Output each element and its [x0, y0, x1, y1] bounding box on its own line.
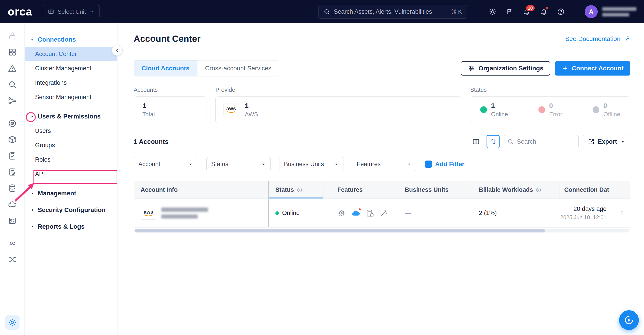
sidebar-item-integrations[interactable]: Integrations	[25, 76, 117, 90]
compliance-icon[interactable]	[8, 151, 17, 161]
filter-features-dropdown[interactable]: Features	[352, 157, 416, 171]
table-search-input[interactable]	[504, 135, 579, 148]
org-settings-icon	[468, 65, 475, 72]
sidebar-item-cluster-management[interactable]: Cluster Management	[25, 61, 117, 76]
data-security-icon[interactable]	[8, 183, 17, 193]
sidebar-section-management: Management	[25, 186, 117, 201]
section-header-management[interactable]: Management	[25, 186, 117, 201]
scrollbar-thumb[interactable]	[134, 229, 545, 232]
filter-label: Features	[357, 161, 381, 168]
error-dot	[538, 106, 545, 113]
add-filter-button[interactable]: Add Filter	[425, 161, 464, 168]
updates-bell-button[interactable]	[538, 6, 549, 17]
accounts-total-label: Total	[142, 111, 155, 118]
tab-cross-account-services[interactable]: Cross-account Services	[197, 61, 279, 76]
connect-account-button[interactable]: Connect Account	[555, 61, 630, 76]
sidebar-item-users[interactable]: Users	[25, 124, 117, 138]
scrollbar-track[interactable]	[134, 229, 630, 232]
online-dot	[276, 211, 279, 215]
row-menu-button[interactable]	[617, 208, 627, 218]
status-card: 1 Online 0 Error	[470, 97, 630, 123]
plus-icon	[425, 161, 432, 168]
sidebar-item-roles[interactable]: Roles	[25, 152, 117, 167]
settings-gear-icon[interactable]	[5, 315, 20, 329]
dashboard-icon[interactable]	[8, 47, 17, 57]
section-header-users-permissions[interactable]: Users & Permissions	[25, 109, 117, 124]
aws-logo-text: aws	[226, 106, 236, 111]
table-row[interactable]: aws Online	[134, 199, 630, 227]
business-units-cell: ---	[400, 199, 470, 227]
table-header: Account Info Status Features Business Un…	[134, 181, 630, 199]
offline-value: 0	[603, 102, 620, 110]
billable-workloads-cell: 2 (1%)	[470, 199, 560, 227]
notifications-button[interactable]: 10	[521, 6, 532, 17]
section-header-connections[interactable]: Connections	[25, 32, 117, 47]
policy-icon[interactable]	[8, 167, 17, 177]
search-icon[interactable]	[8, 80, 17, 90]
sidebar: Connections Account Center Cluster Manag…	[25, 23, 118, 335]
filter-account-dropdown[interactable]: Account	[134, 157, 198, 171]
col-status[interactable]: Status	[269, 181, 324, 199]
select-unit-dropdown[interactable]: Select Unit	[43, 5, 100, 18]
shift-left-icon[interactable]	[8, 254, 17, 264]
aws-logo-text: aws	[144, 210, 153, 214]
sidebar-section-connections: Connections Account Center Cluster Manag…	[25, 32, 117, 104]
flag-button[interactable]	[504, 6, 515, 17]
tab-cloud-accounts[interactable]: Cloud Accounts	[134, 61, 197, 76]
info-icon[interactable]	[536, 187, 542, 193]
detection-response-icon[interactable]	[8, 238, 17, 248]
col-features[interactable]: Features	[324, 181, 400, 199]
accounts-total-value: 1	[142, 102, 155, 110]
features-cell	[324, 199, 400, 227]
connection-date-cell: 20 days ago 2025 Jun 10, 12:01	[560, 199, 616, 227]
sidebar-item-api[interactable]: API	[25, 167, 117, 181]
sidebar-item-sensor-management[interactable]: Sensor Management	[25, 90, 117, 104]
lock-icon[interactable]	[8, 31, 17, 41]
walkthrough-widget-button[interactable]	[619, 310, 639, 330]
sidebar-item-groups[interactable]: Groups	[25, 138, 117, 152]
col-account-info[interactable]: Account Info	[134, 181, 269, 199]
avatar[interactable]: A	[585, 5, 598, 18]
filter-status-dropdown[interactable]: Status	[206, 157, 271, 171]
provider-name: AWS	[245, 111, 258, 118]
col-business-units[interactable]: Business Units	[400, 181, 470, 199]
help-button[interactable]	[556, 6, 566, 17]
export-button[interactable]: Export	[583, 135, 630, 148]
provider-stat: Provider aws 1 AWS	[216, 86, 461, 123]
accounts-count-label: 1 Accounts	[134, 138, 168, 145]
section-header-reports-logs[interactable]: Reports & Logs	[25, 219, 117, 234]
theme-toggle-button[interactable]	[487, 6, 498, 17]
organization-settings-button[interactable]: Organization Settings	[461, 61, 550, 76]
section-header-security-configuration[interactable]: Security Configuration	[25, 203, 117, 217]
filter-business-units-dropdown[interactable]: Business Units	[279, 157, 344, 171]
inventory-icon[interactable]	[8, 135, 17, 145]
sidebar-item-account-center[interactable]: Account Center	[25, 47, 117, 61]
identity-icon[interactable]	[8, 216, 17, 225]
global-search[interactable]: ⌘ K	[318, 5, 467, 19]
sidebar-section-users-permissions: Users & Permissions Users Groups Roles A…	[25, 109, 117, 181]
user-menu[interactable]: A	[585, 5, 636, 18]
icon-rail	[0, 23, 25, 335]
orca-logo[interactable]: orca	[8, 5, 32, 18]
data-doc-lock-icon	[366, 209, 374, 217]
col-billable-workloads[interactable]: Billable Workloads	[470, 181, 560, 199]
cloud-security-icon[interactable]	[8, 199, 17, 209]
horizontal-scrollbar[interactable]	[134, 227, 630, 234]
radar-icon[interactable]	[8, 119, 17, 128]
col-connection-date[interactable]: Connection Dat	[560, 181, 616, 199]
alerts-icon[interactable]	[8, 63, 17, 73]
redacted-text	[602, 7, 636, 11]
attack-path-icon[interactable]	[8, 96, 17, 106]
error-value: 0	[549, 102, 562, 110]
sidebar-collapse-button[interactable]	[112, 45, 123, 56]
sort-button[interactable]	[486, 135, 500, 148]
info-icon[interactable]	[297, 187, 302, 193]
section-label: Security Configuration	[38, 206, 106, 214]
connect-account-label: Connect Account	[572, 65, 624, 72]
stat-label: Provider	[216, 86, 461, 93]
table-search[interactable]	[504, 135, 579, 148]
column-settings-button[interactable]	[470, 135, 482, 148]
global-search-input[interactable]	[334, 8, 447, 15]
link-icon	[624, 36, 630, 42]
see-documentation-link[interactable]: See Documentation	[565, 35, 630, 43]
